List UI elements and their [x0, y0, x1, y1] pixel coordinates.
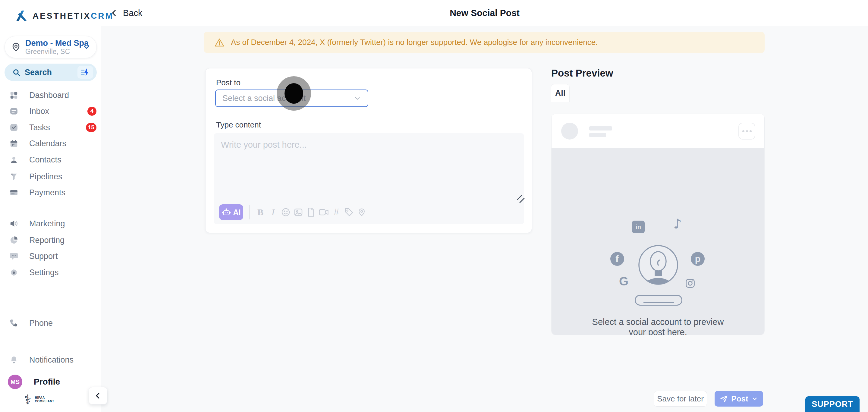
sidebar-item-marketing[interactable]: Marketing [0, 216, 101, 232]
video-button[interactable] [317, 204, 330, 220]
emoji-button[interactable] [279, 204, 292, 220]
sidebar-item-support[interactable]: Support [0, 248, 101, 264]
page-title: New Social Post [101, 0, 868, 26]
sidebar-item-label: Notifications [29, 355, 73, 365]
toolbar-divider [249, 205, 250, 219]
file-button[interactable] [305, 204, 317, 220]
sidebar-divider [0, 208, 101, 208]
profile-label: Profile [34, 377, 60, 387]
italic-button[interactable]: I [267, 204, 279, 220]
preview-empty-state: in ♪ f p G [552, 148, 764, 335]
phone-icon [9, 319, 19, 327]
linkedin-icon: in [632, 221, 645, 233]
deprecation-banner: As of December 4, 2024, X (formerly Twit… [204, 32, 765, 53]
post-preview-title: Post Preview [551, 67, 613, 79]
pinterest-icon: p [691, 252, 705, 266]
sidebar-item-pipelines[interactable]: Pipelines [0, 168, 101, 185]
preview-card: in ♪ f p G [551, 114, 765, 335]
back-button[interactable]: Back [110, 0, 142, 26]
image-button[interactable] [292, 204, 305, 220]
payments-icon [9, 188, 19, 197]
sidebar-item-label: Contacts [29, 155, 61, 164]
tab-all[interactable]: All [551, 84, 569, 102]
avatar-placeholder [561, 123, 578, 139]
preview-card-header [552, 114, 764, 148]
pipelines-icon [9, 172, 19, 181]
topbar: New Social Post Back [101, 0, 868, 26]
gear-icon [9, 268, 19, 277]
sidebar-item-inbox[interactable]: Inbox 4 [0, 103, 101, 119]
text-skeleton-bar [589, 126, 612, 130]
sidebar-item-calendars[interactable]: Calendars [0, 135, 101, 152]
warning-icon [215, 38, 224, 47]
sidebar-item-contacts[interactable]: Contacts [0, 152, 101, 168]
sidebar-item-label: Pipelines [29, 172, 62, 182]
location-pin-button[interactable] [355, 204, 368, 220]
sidebar-item-dashboard[interactable]: Dashboard [0, 87, 101, 103]
tag-button[interactable] [343, 204, 355, 220]
facebook-icon: f [610, 252, 624, 266]
save-for-later-button[interactable]: Save for later [654, 391, 707, 407]
quick-actions-button[interactable] [78, 66, 93, 79]
sidebar-item-label: Settings [29, 268, 59, 277]
brand-logo: AESTHETIXCRM [14, 9, 114, 23]
sidebar-item-reporting[interactable]: Reporting [0, 232, 101, 248]
google-icon: G [619, 275, 628, 288]
new-social-post-page: AESTHETIXCRM Demo - Med Spa Greenville, … [0, 0, 868, 412]
editor-toolbar: AI B I # [219, 204, 368, 220]
bell-icon [9, 355, 19, 365]
sidebar-item-label: Support [29, 252, 58, 261]
sidebar-item-label: Phone [29, 319, 53, 328]
location-city: Greenville, SC [25, 47, 83, 56]
sidebar-item-settings[interactable]: Settings [0, 264, 101, 281]
compose-card: Post to Select a social account Type con… [205, 68, 532, 233]
location-picker[interactable]: Demo - Med Spa Greenville, SC [4, 36, 97, 58]
inbox-icon [9, 107, 19, 116]
sidebar-item-label: Inbox [29, 107, 49, 116]
search-icon [12, 68, 21, 76]
tiktok-icon: ♪ [673, 216, 682, 231]
sidebar-item-profile[interactable]: MS Profile [0, 373, 101, 390]
support-button[interactable]: SUPPORT [805, 396, 860, 412]
editor-placeholder: Write your post here... [221, 140, 307, 150]
chevron-down-icon [751, 395, 758, 402]
dashboard-icon [9, 91, 19, 100]
sidebar: AESTHETIXCRM Demo - Med Spa Greenville, … [0, 0, 101, 412]
bold-button[interactable]: B [254, 204, 267, 220]
name-placeholder-pill [635, 295, 682, 306]
more-options-button[interactable] [738, 123, 755, 139]
social-account-select[interactable]: Select a social account [215, 90, 368, 107]
resize-handle[interactable] [516, 195, 526, 204]
brand-logo-text: AESTHETIXCRM [33, 11, 114, 21]
brand-logo-icon [14, 9, 28, 23]
post-to-label: Post to [216, 78, 241, 87]
location-name: Demo - Med Spa [25, 39, 83, 47]
pie-chart-icon [9, 236, 19, 245]
inbox-badge: 4 [87, 107, 96, 116]
banner-text: As of December 4, 2024, X (formerly Twit… [231, 38, 598, 47]
chevron-down-icon [83, 43, 90, 51]
type-content-label: Type content [216, 120, 261, 130]
sidebar-collapse-button[interactable] [89, 387, 107, 405]
back-label: Back [123, 8, 142, 18]
sidebar-item-label: Tasks [29, 123, 50, 132]
profile-placeholder-illustration [638, 245, 679, 285]
megaphone-icon [9, 219, 19, 228]
tasks-badge: 15 [86, 123, 96, 132]
preview-empty-message: Select a social account to preview your … [552, 317, 764, 335]
search-button[interactable]: Search [4, 64, 97, 81]
post-content-editor[interactable]: Write your post here... AI B I [214, 133, 524, 224]
hashtag-button[interactable]: # [330, 204, 343, 220]
post-label: Post [731, 394, 748, 404]
post-button[interactable]: Post [715, 391, 763, 407]
sidebar-item-notifications[interactable]: Notifications [0, 352, 101, 368]
sidebar-item-label: Calendars [29, 139, 66, 148]
search-label: Search [25, 68, 78, 77]
send-icon [720, 394, 728, 403]
sidebar-item-payments[interactable]: Payments [0, 185, 101, 201]
chevron-left-icon [94, 392, 101, 399]
sidebar-item-tasks[interactable]: Tasks 15 [0, 119, 101, 136]
ai-assist-button[interactable]: AI [219, 204, 243, 220]
robot-icon [222, 208, 231, 216]
sidebar-item-phone[interactable]: Phone [0, 315, 101, 331]
